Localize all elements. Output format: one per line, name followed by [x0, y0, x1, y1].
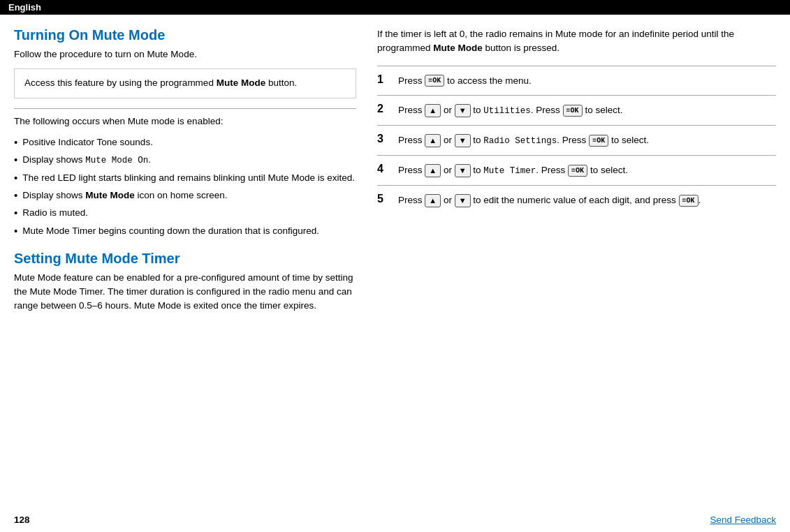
occurs-label: The following occurs when Mute mode is e… — [14, 114, 356, 128]
bold-mute-mode-right: Mute Mode — [433, 43, 483, 53]
left-column: Turning On Mute Mode Follow the procedur… — [14, 27, 356, 320]
ok-button-icon-4: ≡OK — [568, 165, 587, 177]
infobox-bold1: Mute Mode — [217, 77, 266, 88]
bullet-text-4: Display shows Mute Mode icon on home scr… — [22, 189, 227, 202]
step-content-2: Press ▲ or ▼ to Utilities. Press ≡OK to … — [398, 103, 776, 118]
section-intro-timer: Mute Mode feature can be enabled for a p… — [14, 271, 356, 313]
bullet-text-6: Mute Mode Timer begins counting down the… — [22, 224, 319, 238]
bold-mute-mode: Mute Mode — [85, 190, 135, 200]
bullet-icon: • — [14, 226, 17, 236]
bullet-icon: • — [14, 207, 17, 218]
list-item: • Radio is muted. — [14, 206, 356, 220]
step-2: 2 Press ▲ or ▼ to Utilities. Press ≡OK t… — [377, 95, 776, 125]
ok-button-icon-1: ≡OK — [425, 75, 444, 87]
language-label: English — [8, 2, 41, 13]
nav-up-icon-3: ▲ — [425, 134, 441, 147]
step-num-5: 5 — [377, 193, 390, 205]
nav-up-icon-5: ▲ — [425, 194, 441, 207]
list-item: • Display shows Mute Mode On. — [14, 153, 356, 168]
page-body: Turning On Mute Mode Follow the procedur… — [0, 15, 790, 327]
nav-down-icon-2: ▼ — [455, 104, 471, 117]
page-number: 128 — [14, 515, 30, 525]
page-wrapper: English Turning On Mute Mode Follow the … — [0, 0, 790, 532]
page-footer: 128 Send Feedback — [0, 515, 790, 525]
nav-down-icon-3: ▼ — [455, 134, 471, 147]
nav-down-icon-5: ▼ — [455, 194, 471, 207]
monospace-utilities: Utilities — [483, 106, 531, 116]
section-title-mute-mode: Turning On Mute Mode — [14, 27, 356, 43]
step-num-2: 2 — [377, 103, 390, 115]
list-item: • Display shows Mute Mode icon on home s… — [14, 189, 356, 202]
info-box: Access this feature by using the program… — [14, 68, 356, 98]
ok-button-icon-3: ≡OK — [589, 135, 608, 147]
monospace-mute-timer: Mute Timer — [483, 166, 536, 176]
send-feedback-link[interactable]: Send Feedback — [710, 515, 776, 525]
right-column: If the timer is left at 0, the radio rem… — [377, 27, 776, 320]
ok-button-icon-2: ≡OK — [563, 105, 583, 117]
bullet-icon: • — [14, 190, 17, 200]
step-content-1: Press ≡OK to access the menu. — [398, 73, 776, 89]
divider-1 — [14, 108, 356, 109]
bullet-text-3: The red LED light starts blinking and re… — [22, 171, 355, 185]
occurs-label-text: The following occurs when Mute mode is e… — [14, 116, 223, 126]
monospace-mute-on: Mute Mode On — [85, 156, 148, 165]
section-title-timer: Setting Mute Mode Timer — [14, 251, 356, 267]
page-header: English — [0, 0, 790, 15]
nav-up-icon-4: ▲ — [425, 164, 441, 177]
step-content-4: Press ▲ or ▼ to Mute Timer. Press ≡OK to… — [398, 163, 776, 178]
step-num-1: 1 — [377, 73, 390, 86]
bullet-text-5: Radio is muted. — [22, 206, 88, 220]
bullet-text-2: Display shows Mute Mode On. — [22, 153, 151, 168]
nav-down-icon-4: ▼ — [455, 164, 471, 177]
bullet-list: • Positive Indicator Tone sounds. • Disp… — [14, 135, 356, 238]
step-1: 1 Press ≡OK to access the menu. — [377, 66, 776, 96]
list-item: • The red LED light starts blinking and … — [14, 171, 356, 185]
infobox-text1: Access this feature by using the program… — [24, 77, 297, 88]
monospace-radio-settings: Radio Settings — [483, 136, 557, 146]
bullet-text-1: Positive Indicator Tone sounds. — [22, 135, 153, 149]
step-5: 5 Press ▲ or ▼ to edit the numeric value… — [377, 185, 776, 215]
bullet-icon: • — [14, 154, 17, 165]
step-4: 4 Press ▲ or ▼ to Mute Timer. Press ≡OK … — [377, 155, 776, 185]
step-content-5: Press ▲ or ▼ to edit the numeric value o… — [398, 193, 776, 208]
section-intro-mute-mode: Follow the procedure to turn on Mute Mod… — [14, 47, 356, 61]
step-content-3: Press ▲ or ▼ to Radio Settings. Press ≡O… — [398, 133, 776, 148]
bullet-icon: • — [14, 172, 17, 183]
step-3: 3 Press ▲ or ▼ to Radio Settings. Press … — [377, 125, 776, 155]
nav-up-icon-2: ▲ — [425, 104, 441, 117]
list-item: • Mute Mode Timer begins counting down t… — [14, 224, 356, 238]
bullet-icon: • — [14, 137, 17, 147]
step-num-3: 3 — [377, 133, 390, 145]
steps-intro: If the timer is left at 0, the radio rem… — [377, 27, 776, 56]
step-num-4: 4 — [377, 163, 390, 175]
ok-button-icon-5: ≡OK — [679, 195, 698, 207]
list-item: • Positive Indicator Tone sounds. — [14, 135, 356, 149]
